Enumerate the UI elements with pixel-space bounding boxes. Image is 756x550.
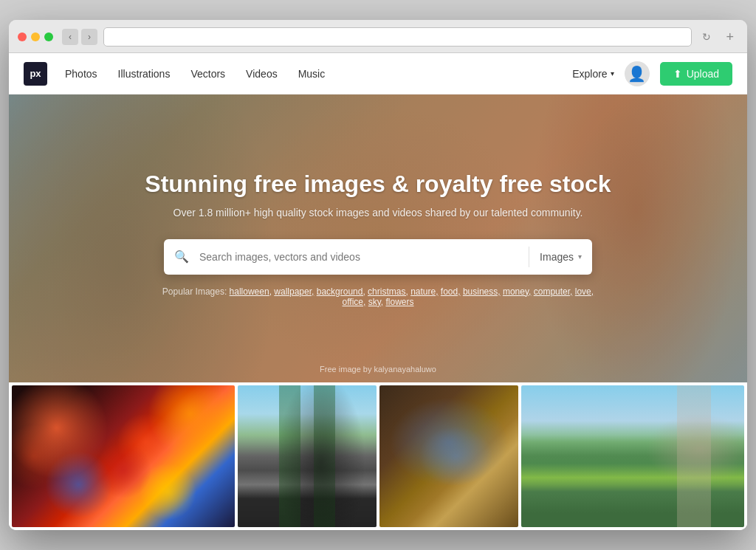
avatar[interactable]: 👤	[625, 61, 650, 86]
nav-videos[interactable]: Videos	[246, 68, 278, 80]
logo[interactable]: px	[24, 62, 47, 86]
popular-tag-christmas[interactable]: christmas,	[368, 286, 408, 297]
popular-tag-food[interactable]: food,	[441, 286, 461, 297]
popular-tag-office[interactable]: office,	[343, 297, 366, 307]
popular-tag-business[interactable]: business,	[463, 286, 501, 297]
browser-titlebar: ‹ › ↻ +	[9, 20, 747, 53]
grid-item-butterfly[interactable]	[379, 385, 518, 527]
back-button[interactable]: ‹	[62, 29, 78, 45]
popular-tag-halloween[interactable]: halloween,	[230, 286, 272, 297]
nav-illustrations[interactable]: Illustrations	[118, 68, 171, 80]
nav-music[interactable]: Music	[298, 68, 326, 80]
close-traffic-light[interactable]	[18, 32, 27, 41]
explore-label: Explore	[572, 68, 607, 80]
browser-nav-buttons: ‹ ›	[62, 29, 97, 45]
popular-tag-nature[interactable]: nature,	[410, 286, 438, 297]
search-bar: 🔍 Images ▾	[164, 239, 592, 275]
popular-tag-background[interactable]: background,	[317, 286, 365, 297]
popular-searches: Popular Images: halloween, wallpaper, ba…	[157, 286, 599, 307]
grid-item-village[interactable]	[521, 385, 744, 527]
search-type-label: Images	[540, 251, 574, 263]
popular-tag-computer[interactable]: computer,	[534, 286, 573, 297]
upload-icon: ⬆	[673, 68, 682, 80]
nav-links: Photos Illustrations Vectors Videos Musi…	[65, 68, 572, 80]
search-bar-container: 🔍 Images ▾	[164, 239, 592, 275]
image-grid	[9, 382, 747, 530]
hero-credit: Free image by kalyanayahaluwo	[320, 365, 436, 374]
chevron-down-icon: ▾	[611, 69, 614, 78]
search-type-dropdown[interactable]: Images ▾	[529, 251, 592, 263]
hero-content: Stunning free images & royalty free stoc…	[9, 171, 747, 307]
nav-right: Explore ▾ 👤 ⬆ Upload	[572, 61, 732, 86]
site-nav: px Photos Illustrations Vectors Videos M…	[9, 53, 747, 94]
nav-vectors[interactable]: Vectors	[190, 68, 225, 80]
new-tab-button[interactable]: +	[721, 29, 738, 45]
grid-item-umbrellas[interactable]	[12, 385, 235, 527]
reload-button[interactable]: ↻	[698, 30, 715, 44]
chevron-down-icon: ▾	[578, 252, 582, 261]
site-content: px Photos Illustrations Vectors Videos M…	[9, 53, 747, 530]
hero-title: Stunning free images & royalty free stoc…	[24, 171, 732, 198]
search-input[interactable]	[199, 251, 529, 263]
address-bar[interactable]	[103, 27, 692, 47]
grid-item-skater[interactable]	[238, 385, 377, 527]
nav-photos[interactable]: Photos	[65, 68, 97, 80]
user-icon: 👤	[628, 65, 646, 83]
hero-subtitle: Over 1.8 million+ high quality stock ima…	[24, 207, 732, 219]
popular-tag-flowers[interactable]: flowers	[385, 297, 413, 307]
minimize-traffic-light[interactable]	[31, 32, 40, 41]
popular-prefix: Popular Images:	[162, 286, 227, 297]
upload-button[interactable]: ⬆ Upload	[660, 62, 732, 86]
popular-tag-love[interactable]: love,	[575, 286, 594, 297]
browser-window: ‹ › ↻ + px Photos Illustrations Vectors …	[9, 20, 747, 530]
traffic-lights	[18, 32, 53, 41]
hero-section: Stunning free images & royalty free stoc…	[9, 94, 747, 382]
upload-label: Upload	[687, 68, 719, 80]
popular-tag-sky[interactable]: sky,	[368, 297, 383, 307]
forward-button[interactable]: ›	[81, 29, 97, 45]
explore-button[interactable]: Explore ▾	[572, 68, 614, 80]
maximize-traffic-light[interactable]	[44, 32, 53, 41]
popular-tag-money[interactable]: money,	[503, 286, 531, 297]
popular-tag-wallpaper[interactable]: wallpaper,	[274, 286, 314, 297]
search-icon: 🔍	[164, 250, 199, 264]
